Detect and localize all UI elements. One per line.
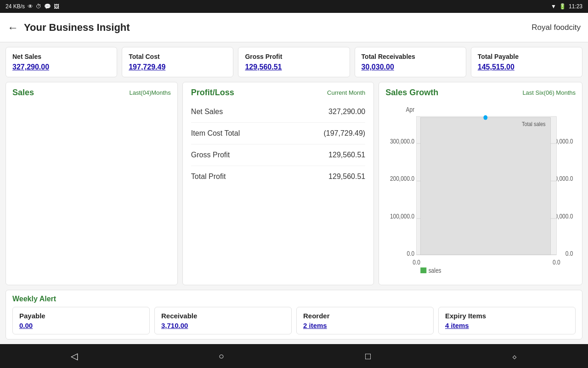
profit-row-value: 129,560.51	[328, 172, 365, 181]
alert-card: Reorder 2 items	[296, 307, 434, 334]
status-bar-left: 24 KB/s 👁 ⏱ 💬 🖼	[6, 3, 59, 10]
growth-title: Sales Growth	[385, 88, 438, 98]
profit-row-value: 327,290.00	[328, 108, 365, 116]
profit-row-label: Net Sales	[191, 108, 223, 116]
summary-card: Total Cost 197,729.49	[122, 47, 233, 77]
svg-rect-19	[420, 267, 426, 273]
growth-subtitle: Last Six(06) Months	[522, 89, 576, 96]
summary-card-title: Gross Profit	[245, 53, 282, 60]
svg-rect-14	[420, 118, 550, 255]
chart-container: Apr 300,000.0 200,000.0 100,000.0 0.0 30…	[385, 100, 576, 273]
panels-row: Sales Last(04)Months Profit/Loss Current…	[6, 82, 582, 285]
status-bar: 24 KB/s 👁 ⏱ 💬 🖼 ▼ 🔋 11:23	[0, 0, 588, 13]
summary-card-value[interactable]: 129,560.51	[245, 63, 282, 71]
alert-card-value[interactable]: 0.00	[19, 322, 33, 329]
alert-card: Receivable 3,710.00	[154, 307, 292, 334]
svg-text:sales: sales	[429, 267, 441, 273]
time-display: 11:23	[569, 3, 582, 10]
page-title: Your Business Insight	[24, 22, 531, 34]
svg-text:0.0: 0.0	[553, 259, 560, 266]
alert-card-title: Reorder	[303, 312, 330, 320]
summary-cards-row: Net Sales 327,290.00 Total Cost 197,729.…	[6, 47, 582, 77]
svg-text:100,000.0: 100,000.0	[390, 213, 414, 220]
alert-card-title: Payable	[19, 312, 45, 320]
message-icon: 💬	[44, 3, 51, 10]
svg-text:300,000.0: 300,000.0	[390, 138, 414, 145]
sales-title: Sales	[12, 88, 34, 98]
photo-icon: 🖼	[54, 3, 59, 10]
svg-text:Total sales: Total sales	[522, 121, 546, 127]
weekly-alert-title: Weekly Alert	[12, 295, 576, 303]
growth-header: Sales Growth Last Six(06) Months	[385, 88, 576, 98]
summary-card-value[interactable]: 30,030.00	[362, 63, 394, 71]
svg-point-16	[484, 115, 488, 120]
alert-card-title: Receivable	[161, 312, 197, 320]
alert-card: Expiry Items 4 items	[438, 307, 576, 334]
nav-screenshot-icon[interactable]: ⬦	[508, 347, 521, 365]
nav-recent-icon[interactable]: □	[362, 347, 374, 365]
summary-card-title: Total Receivables	[362, 53, 415, 60]
status-bar-right: ▼ 🔋 11:23	[551, 3, 582, 10]
sales-subtitle: Last(04)Months	[130, 89, 171, 96]
alert-card-title: Expiry Items	[445, 312, 486, 320]
clock-icon: ⏱	[36, 3, 41, 10]
battery-icon: 🔋	[559, 3, 566, 10]
sales-panel-header: Sales Last(04)Months	[12, 88, 171, 98]
profit-row-value: (197,729.49)	[323, 129, 365, 138]
profit-row: Total Profit 129,560.51	[191, 166, 365, 187]
profit-row-label: Gross Profit	[191, 151, 230, 159]
data-speed: 24 KB/s	[6, 3, 25, 10]
svg-text:200,000.0: 200,000.0	[390, 175, 414, 183]
svg-text:0.0: 0.0	[565, 250, 573, 258]
profit-row-value: 129,560.51	[328, 151, 365, 159]
profit-row-label: Total Profit	[191, 172, 226, 181]
summary-card-title: Net Sales	[12, 53, 41, 60]
profit-row: Net Sales 327,290.00	[191, 101, 365, 123]
profit-row: Item Cost Total (197,729.49)	[191, 123, 365, 144]
back-button[interactable]: ←	[7, 21, 18, 34]
profit-row: Gross Profit 129,560.51	[191, 144, 365, 166]
profit-rows: Net Sales 327,290.00 Item Cost Total (19…	[191, 101, 365, 187]
sales-growth-chart: Apr 300,000.0 200,000.0 100,000.0 0.0 30…	[385, 100, 576, 273]
profit-row-label: Item Cost Total	[191, 129, 240, 138]
nav-home-icon[interactable]: ○	[215, 347, 228, 365]
summary-card-value[interactable]: 327,290.00	[12, 63, 49, 71]
bottom-nav: ◁ ○ □ ⬦	[0, 344, 588, 368]
header: ← Your Business Insight Royal foodcity	[0, 13, 588, 42]
alert-card: Payable 0.00	[12, 307, 150, 334]
alert-card-value[interactable]: 2 items	[303, 322, 327, 329]
alert-card-value[interactable]: 3,710.00	[161, 322, 188, 329]
nav-back-icon[interactable]: ◁	[67, 347, 81, 365]
eye-icon: 👁	[28, 3, 33, 10]
summary-card: Gross Profit 129,560.51	[238, 47, 350, 77]
svg-text:0.0: 0.0	[407, 250, 415, 258]
weekly-alert-section: Weekly Alert Payable 0.00 Receivable 3,7…	[6, 290, 582, 339]
summary-card: Total Receivables 30,030.00	[355, 47, 466, 77]
wifi-icon: ▼	[551, 3, 556, 10]
summary-card-value[interactable]: 145,515.00	[478, 63, 514, 71]
summary-card-title: Total Cost	[129, 53, 159, 60]
svg-text:Apr: Apr	[406, 106, 415, 113]
sales-growth-panel: Sales Growth Last Six(06) Months Apr 300…	[379, 82, 582, 285]
svg-text:0.0: 0.0	[413, 259, 420, 266]
summary-card-value[interactable]: 197,729.49	[129, 63, 165, 71]
alert-cards: Payable 0.00 Receivable 3,710.00 Reorder…	[12, 307, 576, 334]
summary-card-title: Total Payable	[478, 53, 519, 60]
business-name: Royal foodcity	[531, 23, 581, 32]
sales-panel: Sales Last(04)Months	[6, 82, 178, 285]
summary-card: Total Payable 145,515.00	[471, 47, 582, 77]
main-content: Net Sales 327,290.00 Total Cost 197,729.…	[0, 42, 588, 344]
profit-title: Profit/Loss	[191, 88, 234, 98]
profit-loss-panel: Profit/Loss Current Month Net Sales 327,…	[182, 82, 374, 285]
alert-card-value[interactable]: 4 items	[445, 322, 469, 329]
profit-subtitle: Current Month	[327, 89, 365, 96]
profit-header: Profit/Loss Current Month	[191, 88, 365, 98]
summary-card: Net Sales 327,290.00	[6, 47, 117, 77]
